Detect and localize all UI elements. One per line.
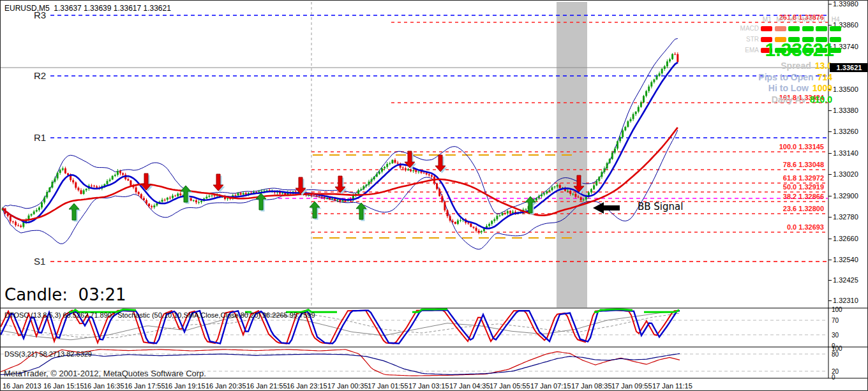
pane2-scale-label: 0 — [832, 374, 835, 381]
price-tick-label: 1.33500 — [833, 85, 858, 93]
buy-arrow-icon — [310, 202, 320, 218]
mt4-chart-window: EURUSD,M5 1.33637 1.33639 1.33617 1.3362… — [0, 0, 868, 391]
price-tick-label: 1.32900 — [833, 192, 858, 200]
fib-label-100.0: 100.0 1.33145 — [779, 143, 824, 151]
time-tick-label: 16 Jan 21:55 — [246, 382, 287, 390]
time-tick-label: 17 Jan 08:35 — [571, 382, 612, 390]
pivot-label-S1: S1 — [34, 256, 45, 267]
time-tick-label: 16 Jan 19:15 — [165, 382, 206, 390]
time-tick-label: 16 Jan 2013 — [3, 382, 41, 390]
fib-label-23.6: 23.6 1.32800 — [783, 205, 824, 212]
price-tick-mark — [828, 196, 832, 196]
pivot-label-R1: R1 — [34, 132, 46, 143]
mtf-row-label: EMA — [735, 47, 761, 54]
mtf-signal-cell-green — [788, 26, 800, 31]
price-tick-label: 1.32780 — [833, 213, 858, 221]
mtf-row-label: STR — [735, 36, 761, 43]
price-tick-mark — [828, 174, 832, 175]
fib-label-78.6: 78.6 1.33048 — [783, 161, 824, 168]
mtf-row-MACD: MACD — [735, 23, 843, 34]
price-tick-mark — [828, 280, 832, 281]
pane1-scale-label: 100 — [832, 306, 842, 313]
mtf-signal-cell-green — [830, 26, 841, 31]
time-tick-label: 17 Jan 07:15 — [530, 382, 571, 390]
time-tick-label: 17 Jan 11:15 — [652, 382, 692, 390]
mtf-signal-cell-green — [816, 26, 827, 31]
buy-arrow-icon — [69, 203, 79, 220]
copyright-watermark: MetaTrader, © 2001-2012, MetaQuotes Soft… — [4, 369, 206, 378]
mtf-header-M1: M1 — [760, 16, 774, 23]
stat-value: 714 — [818, 72, 832, 82]
time-tick-label: 17 Jan 09:55 — [611, 382, 652, 390]
stat-hi-to-low: Hi to Low1009 — [768, 83, 832, 93]
mtf-signal-cell-red — [761, 26, 772, 31]
time-tick-label: 17 Jan 03:15 — [408, 382, 449, 390]
mtf-signal-cell-green — [802, 26, 814, 31]
candle-timer: Candle: 03:21 — [4, 285, 126, 304]
bb-signal-arrow-icon — [593, 202, 620, 214]
stat-label: Spread — [781, 61, 811, 71]
time-tick-label: 17 Jan 05:55 — [490, 382, 530, 390]
stat-value: 1009 — [812, 83, 832, 93]
dss-indicator-label: DSS(3,21) 58.2713 82.5329 — [4, 350, 92, 358]
time-tick-label: 16 Jan 15:15 — [43, 382, 84, 390]
time-tick-label: 16 Jan 16:35 — [84, 382, 124, 390]
chart-canvas[interactable] — [1, 1, 868, 391]
price-tick-mark — [828, 217, 832, 218]
current-price-big: 1.33621 — [765, 39, 834, 61]
buy-arrow-icon — [181, 186, 191, 202]
fib-label-38.2: 38.2 1.32866 — [783, 193, 824, 200]
time-tick-label: 17 Jan 04:35 — [449, 382, 490, 390]
current-price-box: 1.33621 — [830, 63, 868, 72]
price-tick-label: 1.33140 — [833, 149, 858, 157]
price-tick-label: 1.33980 — [833, 0, 858, 8]
stat-label: Hi to Low — [768, 83, 809, 93]
price-tick-label: 1.33020 — [833, 170, 858, 178]
mtf-header-H4: H4 — [829, 16, 843, 23]
price-tick-label: 1.33260 — [833, 128, 858, 135]
mtf-header-H1: H1 — [815, 16, 829, 23]
fib-label-61.8: 61.8 1.32972 — [783, 174, 824, 182]
mtf-row-label: MACD — [735, 25, 761, 32]
bb-signal-label: BB Signal — [638, 201, 683, 212]
ohlc-values: 1.33637 1.33639 1.33617 1.33621 — [54, 4, 171, 13]
pane2-scale-label: 80 — [832, 351, 839, 358]
time-tick-label: 16 Jan 23:15 — [287, 382, 327, 390]
stat-label: Pips to Open — [758, 72, 813, 82]
candle-timer-value: 03:21 — [79, 285, 126, 304]
time-tick-label: 16 Jan 17:55 — [124, 382, 165, 390]
price-tick-label: 1.32310 — [833, 297, 858, 304]
stat-value: 810.0 — [810, 94, 832, 105]
mtf-header-M5: M5 — [774, 16, 788, 23]
pane1-scale-label: 70 — [832, 317, 839, 324]
mtf-header-M15: M15 — [788, 16, 802, 23]
price-tick-mark — [828, 260, 832, 260]
time-tick-label: 16 Jan 20:35 — [206, 382, 246, 390]
price-tick-mark — [828, 131, 832, 132]
stat-label: Daily Av — [772, 94, 806, 105]
price-tick-mark — [828, 153, 832, 154]
price-tick-label: 1.32660 — [833, 235, 858, 242]
price-tick-mark — [828, 239, 832, 239]
fib-label-50.0: 50.0 1.32919 — [783, 183, 824, 191]
pivot-label-R2: R2 — [34, 70, 46, 81]
price-tick-label: 1.32540 — [833, 256, 858, 263]
price-tick-mark — [828, 4, 832, 4]
dtosc-indicator-label: DTOSC (13,8,5,3) 68.5262 71.8907 Stochas… — [4, 311, 315, 319]
price-tick-label: 1.32425 — [833, 276, 858, 284]
mtf-header-M30: M30 — [802, 16, 816, 23]
chart-title: EURUSD,M5 1.33637 1.33639 1.33617 1.3362… — [4, 4, 171, 13]
fib-label-0.0: 0.0 1.32693 — [787, 223, 824, 231]
time-tick-label: 17 Jan 00:35 — [327, 382, 368, 390]
price-tick-label: 1.33380 — [833, 107, 858, 114]
candle-timer-label: Candle: — [4, 285, 68, 304]
price-tick-mark — [828, 110, 832, 111]
stat-spread: Spread13.0 — [781, 61, 832, 71]
pane1-scale-label: 30 — [832, 332, 839, 339]
stat-daily-av: Daily Av810.0 — [772, 94, 832, 105]
mtf-headers: M1M5M15M30H1H4 — [760, 16, 843, 23]
time-tick-label: 17 Jan 01:55 — [368, 382, 408, 390]
price-tick-mark — [828, 300, 832, 301]
stat-pips-to-open: Pips to Open714 — [758, 72, 832, 82]
mtf-signal-cell-salmon — [775, 26, 786, 31]
